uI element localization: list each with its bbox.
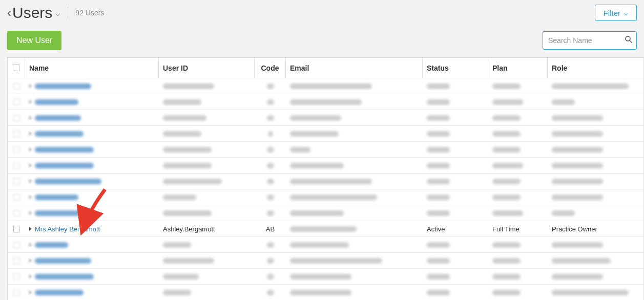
- checkbox-icon[interactable]: [13, 83, 20, 90]
- checkbox-icon[interactable]: [13, 226, 20, 232]
- checkbox-icon[interactable]: [13, 178, 20, 185]
- column-plan[interactable]: Plan: [488, 58, 548, 78]
- expand-icon[interactable]: [29, 163, 32, 167]
- filter-label: Filter: [604, 9, 620, 17]
- checkbox-icon[interactable]: [13, 65, 19, 71]
- page-title: Users: [12, 4, 52, 22]
- expand-icon[interactable]: [29, 147, 32, 152]
- checkbox-icon[interactable]: [13, 146, 20, 153]
- title-dropdown-icon[interactable]: ⌵: [55, 8, 60, 18]
- expand-icon[interactable]: [29, 195, 32, 199]
- select-all-header[interactable]: [8, 58, 25, 78]
- table-row[interactable]: [8, 237, 643, 253]
- expand-icon[interactable]: [29, 100, 32, 104]
- checkbox-icon[interactable]: [13, 258, 20, 264]
- table-row[interactable]: [8, 253, 643, 269]
- cell-user-id: Ashley.Bergamott: [159, 221, 255, 237]
- checkbox-icon[interactable]: [13, 162, 20, 169]
- search-input[interactable]: [543, 31, 637, 50]
- expand-icon[interactable]: [29, 132, 32, 136]
- table-row[interactable]: [8, 174, 643, 189]
- table-row[interactable]: [8, 126, 643, 142]
- expand-icon[interactable]: [29, 227, 32, 231]
- column-status[interactable]: Status: [423, 58, 488, 78]
- checkbox-icon[interactable]: [13, 273, 20, 280]
- cell-email: [286, 221, 423, 237]
- user-name-link[interactable]: Mrs Ashley Bergamott: [35, 225, 100, 233]
- cell-status: Active: [423, 221, 488, 237]
- column-role[interactable]: Role: [548, 58, 643, 78]
- column-code[interactable]: Code: [255, 58, 286, 78]
- table-row[interactable]: [8, 142, 643, 158]
- expand-icon[interactable]: [29, 84, 32, 88]
- chevron-down-icon: ⌵: [624, 8, 628, 17]
- expand-icon[interactable]: [29, 259, 32, 263]
- users-table: Name User ID Code Email Status Plan Role: [7, 57, 644, 300]
- new-user-button[interactable]: New User: [7, 31, 61, 50]
- table-row[interactable]: [8, 269, 643, 285]
- divider: [68, 7, 68, 18]
- checkbox-icon[interactable]: [13, 210, 20, 217]
- table-row[interactable]: [8, 285, 643, 300]
- table-header: Name User ID Code Email Status Plan Role: [8, 58, 643, 78]
- table-row[interactable]: [8, 110, 643, 126]
- back-chevron-icon[interactable]: ‹: [7, 6, 11, 20]
- table-row[interactable]: [8, 189, 643, 205]
- expand-icon[interactable]: [29, 179, 32, 183]
- checkbox-icon[interactable]: [13, 131, 20, 137]
- checkbox-icon[interactable]: [13, 115, 20, 121]
- table-row[interactable]: [8, 78, 643, 94]
- cell-plan: Full Time: [488, 221, 548, 237]
- cell-role: Practice Owner: [548, 221, 643, 237]
- expand-icon[interactable]: [29, 274, 32, 278]
- checkbox-icon[interactable]: [13, 289, 20, 296]
- filter-button[interactable]: Filter ⌵: [595, 5, 637, 21]
- expand-icon[interactable]: [29, 290, 32, 294]
- expand-icon[interactable]: [29, 116, 32, 120]
- column-user-id[interactable]: User ID: [159, 58, 255, 78]
- user-count: 92 Users: [75, 9, 104, 17]
- column-name[interactable]: Name: [25, 58, 159, 78]
- table-row[interactable]: Mrs Ashley Bergamott Ashley.Bergamott AB…: [8, 221, 643, 237]
- table-row[interactable]: [8, 94, 643, 110]
- table-row[interactable]: [8, 205, 643, 221]
- column-email[interactable]: Email: [286, 58, 423, 78]
- expand-icon[interactable]: [29, 243, 32, 247]
- table-row[interactable]: [8, 158, 643, 174]
- checkbox-icon[interactable]: [13, 242, 20, 248]
- expand-icon[interactable]: [29, 211, 32, 215]
- checkbox-icon[interactable]: [13, 99, 20, 105]
- cell-code: AB: [255, 221, 286, 237]
- checkbox-icon[interactable]: [13, 194, 20, 201]
